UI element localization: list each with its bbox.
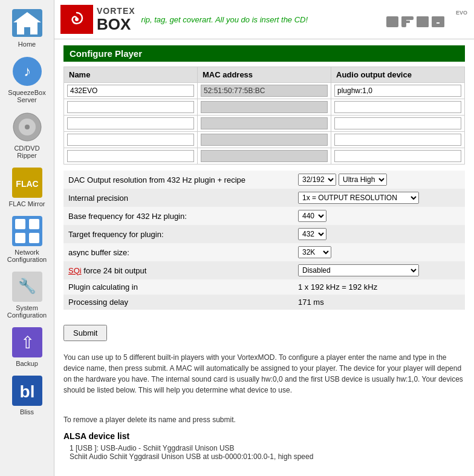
async-buffer-select[interactable]: 32K 64K 128K 256K [298, 246, 331, 258]
setting-base-frequency-label: Base frequency for 432 Hz plugin: [63, 207, 293, 225]
home-icon [11, 7, 44, 39]
player-table-row-4 [64, 148, 465, 165]
alsa-device-0-id: 1 [USB ]: USB-Audio - Schiit Yggdrasil U… [70, 444, 465, 452]
col-name-header: Name [64, 67, 198, 83]
alsa-title: ALSA device list [63, 431, 465, 441]
content-area: Configure Player Name MAC address Audio … [54, 39, 474, 467]
sidebar-item-cddvdripper[interactable]: CD/DVD Ripper [3, 107, 51, 163]
logo-box-text: BOX [97, 16, 135, 32]
sidebar-item-bliss[interactable]: bl Bliss [3, 371, 51, 419]
system-icon: 🔧 [11, 270, 44, 303]
setting-processing-delay-value: 171 ms [293, 295, 465, 310]
backup-icon: ⇧ [11, 326, 44, 359]
player-audio-input-2[interactable] [334, 117, 461, 129]
player-name-input-4[interactable] [67, 150, 194, 162]
setting-target-frequency-control: 432 440 444 528 [293, 225, 465, 243]
svg-rect-10 [15, 219, 25, 229]
player-mac-input-2[interactable] [201, 117, 328, 129]
sidebar-item-home-label: Home [18, 41, 36, 48]
setting-internal-precision: Internal precision 1x = OUTPUT RESOLUTIO… [63, 189, 465, 207]
network-icon [11, 215, 44, 247]
player-audio-input-0[interactable] [334, 85, 461, 97]
sidebar-item-bliss-label: Bliss [20, 408, 34, 416]
player-audio-input-4[interactable] [334, 150, 461, 162]
sqi-label-suffix: force 24 bit output [83, 266, 146, 275]
player-table-row-1 [64, 99, 465, 116]
setting-dac-output: DAC Output resolution from 432 Hz plugin… [63, 171, 465, 189]
sidebar-item-backup[interactable]: ⇧ Backup [3, 322, 51, 371]
target-frequency-select[interactable]: 432 440 444 528 [298, 228, 326, 240]
svg-point-6 [25, 125, 30, 129]
svg-point-21 [75, 18, 79, 21]
svg-text:FLAC: FLAC [16, 179, 38, 189]
dac-output-select2[interactable]: Ultra High High Medium Low [339, 174, 387, 186]
setting-internal-precision-label: Internal precision [63, 189, 293, 207]
player-name-input-3[interactable] [67, 134, 194, 146]
setting-async-buffer: async buffer size: 32K 64K 128K 256K [63, 243, 465, 261]
bliss-icon: bl [11, 374, 44, 407]
svg-text:EVO: EVO [456, 10, 467, 16]
player-table-row-2 [64, 116, 465, 132]
base-frequency-select[interactable]: 440 432 444 [298, 210, 326, 222]
submit-button[interactable]: Submit [63, 325, 107, 341]
player-mac-input-0[interactable] [201, 85, 328, 97]
player-table: Name MAC address Audio output device [63, 67, 465, 165]
cd-icon [11, 111, 44, 143]
setting-dac-output-controls: 32/192 24/192 24/96 16/44 Ultra High Hig… [293, 171, 465, 189]
svg-rect-25 [401, 16, 414, 20]
internal-precision-select[interactable]: 1x = OUTPUT RESOLUTION 2x 4x 8x [298, 192, 419, 204]
sidebar-item-home[interactable]: Home [3, 3, 51, 51]
remove-text: To remove a player delete its name and p… [63, 414, 465, 425]
player-table-row-0 [64, 83, 465, 99]
setting-processing-delay-label: Processing delay [63, 295, 293, 310]
dac-output-select1[interactable]: 32/192 24/192 24/96 16/44 [298, 174, 336, 186]
setting-base-frequency-control: 440 432 444 [293, 207, 465, 225]
settings-table: DAC Output resolution from 432 Hz plugin… [63, 171, 465, 310]
player-table-row-3 [64, 132, 465, 148]
setting-sqi-force: SQi force 24 bit output Disabled Enabled [63, 261, 465, 279]
header: VORTEX BOX rip, tag, get coverart. All y… [54, 0, 474, 39]
tagline: rip, tag, get coverart. All you do is in… [141, 15, 308, 24]
svg-rect-13 [29, 233, 39, 243]
setting-internal-precision-control: 1x = OUTPUT RESOLUTION 2x 4x 8x [293, 189, 465, 207]
sqi-link[interactable]: SQi [68, 266, 82, 275]
sidebar-item-systemconfiguration-label: System Configuration [5, 304, 49, 319]
svg-rect-26 [401, 21, 410, 23]
logo-red-box [60, 5, 93, 34]
main-content: VORTEX BOX rip, tag, get coverart. All y… [54, 0, 474, 476]
player-audio-input-1[interactable] [334, 101, 461, 113]
setting-sqi-force-label: SQi force 24 bit output [63, 261, 293, 279]
alsa-device-0-detail: Schiit Audio Schiit Yggdrasil Unison USB… [70, 452, 465, 461]
player-name-input-2[interactable] [67, 117, 194, 129]
setting-dac-output-label: DAC Output resolution from 432 Hz plugin… [63, 171, 293, 189]
evo-logo: EVO [383, 7, 468, 31]
sidebar-item-squeezeboxserver[interactable]: ♪ SqueezeBox Server [3, 51, 51, 107]
sidebar-item-networkconfiguration[interactable]: Network Configuration [3, 211, 51, 267]
setting-processing-delay: Processing delay 171 ms [63, 295, 465, 310]
col-audio-header: Audio output device [331, 67, 465, 83]
player-mac-input-4[interactable] [201, 150, 328, 162]
player-audio-input-3[interactable] [334, 134, 461, 146]
svg-rect-34 [432, 19, 444, 22]
player-mac-input-1[interactable] [201, 101, 328, 113]
svg-rect-28 [417, 16, 429, 20]
setting-target-frequency-label: Target frequency for plugin: [63, 225, 293, 243]
sidebar-item-cddvdripper-label: CD/DVD Ripper [5, 145, 49, 159]
setting-plugin-calculating-value: 1 x 192 kHz = 192 kHz [293, 279, 465, 295]
sidebar-item-systemconfiguration[interactable]: 🔧 System Configuration [3, 267, 51, 322]
svg-rect-11 [29, 219, 39, 229]
sidebar-item-flacmirror-label: FLAC Mirror [9, 200, 45, 207]
squeezeBox-icon: ♪ [11, 55, 44, 88]
sidebar-item-flacmirror[interactable]: FLAC FLAC Mirror [3, 163, 51, 211]
vortex-spiral-icon [65, 8, 88, 31]
player-name-input-1[interactable] [67, 101, 194, 113]
player-mac-input-3[interactable] [201, 134, 328, 146]
page-title: Configure Player [63, 45, 465, 62]
svg-rect-33 [432, 24, 444, 27]
logo: VORTEX BOX [60, 5, 135, 34]
svg-text:⇧: ⇧ [20, 333, 34, 352]
player-name-input-0[interactable] [67, 85, 194, 97]
col-mac-header: MAC address [198, 67, 331, 83]
sqi-force-select[interactable]: Disabled Enabled [298, 264, 419, 276]
setting-async-buffer-control: 32K 64K 128K 256K [293, 243, 465, 261]
